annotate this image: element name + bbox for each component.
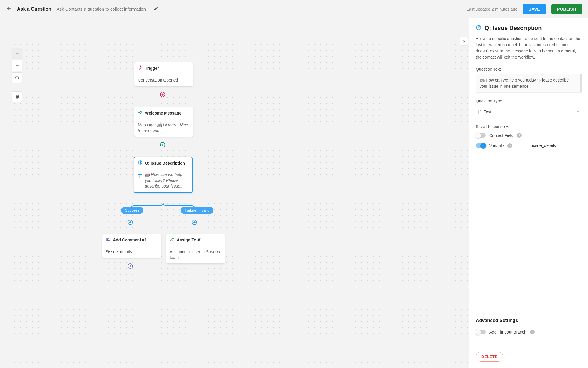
node-welcome-body: Message: 🤖 Hi there! Nice to meet you: [134, 119, 193, 137]
page-title: Ask a Question: [17, 6, 51, 12]
inspector-title: Q: Issue Description: [485, 25, 542, 32]
publish-button[interactable]: PUBLISH: [551, 4, 582, 14]
main: Trigger Conversation Opened + Welcome Me…: [0, 18, 588, 368]
timeout-branch-label: Add Timeout Branch: [489, 330, 527, 334]
node-assign-title: Assign To #1: [177, 238, 202, 242]
help-icon[interactable]: ?: [507, 143, 512, 148]
node-comment-title: Add Comment #1: [113, 238, 147, 242]
svg-rect-3: [106, 238, 110, 241]
node-assign-body: Assigned to user in Support team: [166, 246, 225, 263]
add-step-failure[interactable]: +: [192, 220, 197, 225]
question-type-label: Question Type: [476, 99, 582, 103]
svg-point-2: [140, 163, 140, 164]
collapse-panel-button[interactable]: [460, 37, 468, 45]
node-question[interactable]: Q: Issue Description T 🤖 How can we help…: [134, 157, 193, 193]
branch-success[interactable]: Success: [121, 207, 143, 214]
node-comment-body: $issue_details: [102, 246, 161, 258]
question-icon: [138, 160, 143, 166]
text-type-icon: T: [138, 172, 142, 180]
flow-edges: [0, 18, 469, 368]
variable-name-input[interactable]: [532, 142, 582, 149]
trigger-icon: [138, 65, 143, 71]
question-text-input[interactable]: 🤖 How can we help you today? Please desc…: [476, 74, 582, 93]
node-welcome[interactable]: Welcome Message Message: 🤖 Hi there! Nic…: [134, 107, 193, 137]
svg-point-6: [478, 29, 479, 29]
edit-title-icon[interactable]: [153, 6, 158, 12]
node-assign[interactable]: Assign To #1 Assigned to user in Support…: [166, 234, 225, 263]
node-welcome-title: Welcome Message: [145, 111, 181, 115]
branch-failure[interactable]: Failure: Invalid: [181, 207, 213, 214]
add-step-after-welcome[interactable]: +: [160, 142, 165, 147]
chevron-down-icon: [576, 109, 580, 115]
advanced-settings-label: Advanced Settings: [476, 318, 582, 323]
add-step-after-comment[interactable]: +: [128, 263, 133, 269]
header: Ask a Question Ask Contacts a question t…: [0, 0, 588, 18]
node-trigger[interactable]: Trigger Conversation Opened: [134, 62, 193, 86]
node-question-title: Q: Issue Description: [145, 161, 185, 165]
node-trigger-body: Conversation Opened: [134, 74, 193, 86]
node-comment[interactable]: Add Comment #1 $issue_details: [102, 234, 161, 258]
contact-field-label: Contact Field: [489, 133, 513, 138]
question-icon: [476, 25, 482, 32]
question-type-select[interactable]: T Text: [476, 106, 582, 118]
variable-toggle[interactable]: [476, 143, 486, 148]
timeout-branch-toggle[interactable]: [476, 330, 486, 334]
help-icon[interactable]: ?: [517, 133, 522, 138]
contact-field-toggle[interactable]: [476, 133, 486, 138]
add-step-success[interactable]: +: [128, 220, 133, 225]
inspector-description: Allows a specific question to be sent to…: [476, 36, 582, 60]
node-question-body: T 🤖 How can we help you today? Please de…: [134, 169, 192, 192]
variable-label: Variable: [489, 143, 504, 148]
page-subtitle: Ask Contacts a question to collect infor…: [56, 6, 146, 11]
last-updated: Last updated 2 minutes ago: [467, 7, 517, 11]
add-step-after-trigger[interactable]: +: [160, 92, 165, 97]
back-icon[interactable]: [6, 6, 12, 12]
comment-icon: [106, 237, 111, 243]
text-type-icon: T: [477, 108, 481, 116]
save-response-label: Save Response As: [476, 124, 582, 129]
question-type-value: Text: [484, 110, 573, 114]
svg-point-4: [171, 238, 172, 239]
delete-button[interactable]: DELETE: [476, 352, 503, 362]
assign-icon: [170, 237, 174, 243]
inspector-panel: Q: Issue Description Allows a specific q…: [469, 18, 588, 368]
node-trigger-title: Trigger: [145, 66, 159, 71]
help-icon[interactable]: ?: [530, 330, 535, 334]
question-text-label: Question Text: [476, 67, 582, 72]
workflow-canvas[interactable]: Trigger Conversation Opened + Welcome Me…: [0, 18, 469, 368]
save-button[interactable]: SAVE: [523, 4, 546, 14]
send-icon: [138, 110, 143, 116]
